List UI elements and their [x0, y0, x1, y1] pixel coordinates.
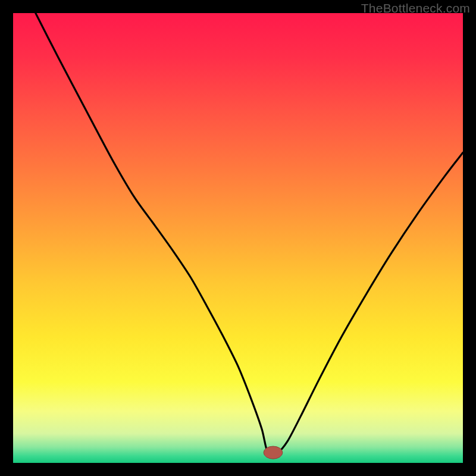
watermark-text: TheBottleneck.com — [361, 1, 470, 15]
chart-frame: TheBottleneck.com — [0, 0, 476, 476]
chart-svg — [13, 13, 463, 463]
optimal-point-marker — [264, 446, 283, 459]
gradient-background — [13, 13, 463, 463]
plot-area — [13, 13, 463, 463]
